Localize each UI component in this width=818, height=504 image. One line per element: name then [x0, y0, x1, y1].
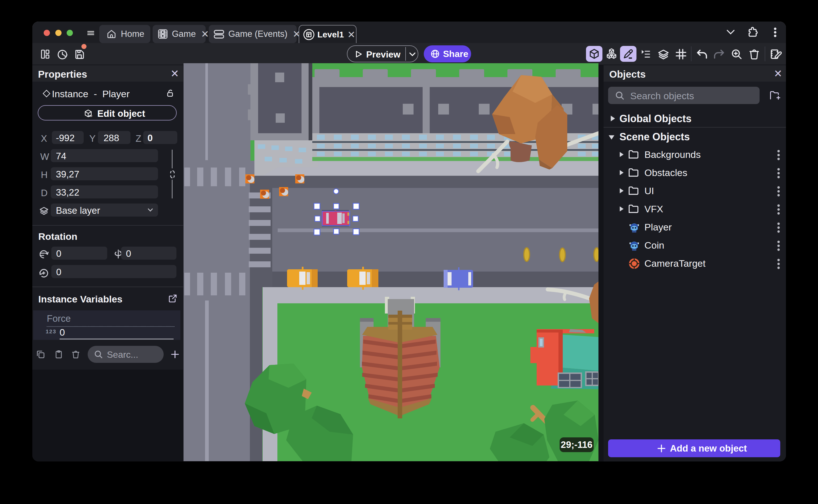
svg-text:3D: 3D: [89, 115, 92, 117]
